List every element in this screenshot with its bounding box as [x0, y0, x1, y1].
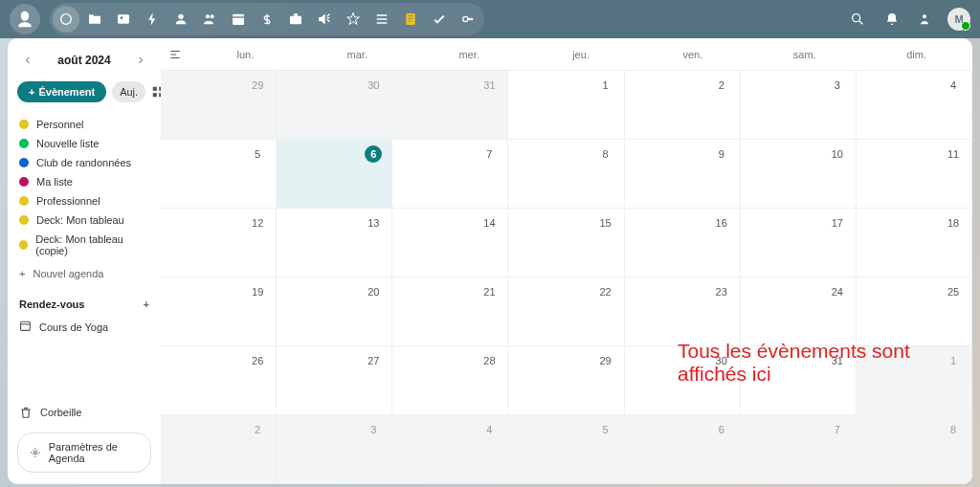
day-number: 25	[945, 283, 962, 300]
day-cell[interactable]: 29	[161, 71, 277, 140]
nav-passwords-icon[interactable]	[455, 6, 481, 33]
day-cell[interactable]: 2	[161, 415, 277, 484]
day-cell[interactable]: 6	[277, 140, 392, 209]
add-appointment-button[interactable]: +	[144, 299, 149, 310]
calendar-item-label: Professionnel	[36, 195, 100, 207]
month-grid: 2930311234567891011121314151617181920212…	[161, 71, 972, 484]
day-cell[interactable]: 28	[392, 346, 508, 415]
nav-briefcase-icon[interactable]	[282, 6, 309, 33]
month-title[interactable]: août 2024	[57, 54, 110, 67]
nav-circles-icon[interactable]	[196, 6, 223, 33]
day-cell[interactable]: 6	[625, 415, 741, 484]
day-cell[interactable]: 13	[277, 209, 392, 277]
day-number: 2	[249, 421, 266, 438]
notifications-icon[interactable]	[879, 6, 905, 33]
calendar-settings-button[interactable]: Paramètres de Agenda	[17, 432, 151, 473]
day-cell[interactable]: 1	[857, 346, 972, 415]
day-cell[interactable]: 7	[741, 415, 857, 484]
appointments-list: Cours de Yoga	[8, 314, 161, 340]
nav-photos-icon[interactable]	[110, 6, 137, 33]
day-number: 4	[480, 421, 498, 438]
day-cell[interactable]: 10	[741, 140, 857, 209]
day-cell[interactable]: 17	[741, 209, 857, 277]
contacts-menu-icon[interactable]	[913, 6, 940, 33]
calendar-color-dot	[19, 158, 29, 167]
user-avatar[interactable]: M	[947, 8, 970, 31]
day-cell[interactable]: 7	[392, 140, 508, 209]
svg-point-11	[923, 14, 926, 18]
calendar-item[interactable]: Nouvelle liste	[17, 134, 151, 153]
day-cell[interactable]: 4	[857, 71, 972, 140]
day-cell[interactable]: 31	[392, 71, 508, 140]
calendar-item[interactable]: Personnel	[17, 115, 151, 134]
day-cell[interactable]: 1	[508, 71, 624, 140]
day-number: 29	[249, 77, 266, 94]
day-cell[interactable]: 27	[277, 346, 392, 415]
day-cell[interactable]: 8	[857, 415, 972, 484]
day-cell[interactable]: 4	[392, 415, 508, 484]
day-cell[interactable]: 21	[392, 277, 508, 346]
nav-activity-icon[interactable]	[139, 6, 166, 33]
day-cell[interactable]: 3	[277, 415, 392, 484]
new-event-button[interactable]: + Évènement	[17, 81, 106, 102]
new-calendar-button[interactable]: + Nouvel agenda	[8, 262, 161, 285]
search-icon[interactable]	[844, 6, 871, 33]
day-cell[interactable]: 29	[508, 346, 624, 415]
prev-month-button[interactable]	[17, 50, 38, 71]
day-cell[interactable]: 11	[857, 140, 972, 209]
svg-rect-16	[21, 321, 31, 330]
calendar-item[interactable]: Ma liste	[17, 172, 151, 191]
app-logo[interactable]	[10, 4, 40, 34]
day-cell[interactable]: 5	[508, 415, 624, 484]
calendar-item[interactable]: Deck: Mon tableau (copie)	[17, 230, 151, 260]
day-cell[interactable]: 24	[741, 277, 857, 346]
day-cell[interactable]: 30	[625, 346, 741, 415]
calendar-color-dot	[19, 196, 29, 206]
day-number: 1	[597, 77, 614, 94]
nav-list-icon[interactable]	[368, 6, 395, 33]
collapse-sidebar-button[interactable]	[161, 40, 189, 69]
trash-button[interactable]: Corbeille	[8, 398, 161, 427]
day-cell[interactable]: 14	[392, 209, 508, 277]
day-cell[interactable]: 9	[625, 140, 741, 209]
day-cell[interactable]: 2	[625, 71, 741, 140]
nav-announce-icon[interactable]	[311, 6, 338, 33]
day-cell[interactable]: 16	[625, 209, 741, 277]
day-cell[interactable]: 8	[508, 140, 624, 209]
nav-dashboard-icon[interactable]	[53, 6, 79, 33]
calendar-item-label: Personnel	[36, 119, 84, 130]
day-cell[interactable]: 23	[625, 277, 741, 346]
nav-calendar-icon[interactable]	[225, 6, 252, 33]
weekday-label: jeu.	[525, 49, 637, 60]
topbar-right: M	[844, 6, 970, 33]
month-nav: août 2024	[8, 46, 161, 75]
day-cell[interactable]: 18	[857, 209, 972, 277]
day-cell[interactable]: 22	[508, 277, 624, 346]
calendar-item[interactable]: Club de randonnées	[17, 153, 151, 172]
next-month-button[interactable]	[130, 50, 151, 71]
day-cell[interactable]: 19	[161, 277, 277, 346]
day-cell[interactable]: 20	[277, 277, 392, 346]
nav-notes-icon[interactable]	[397, 6, 424, 33]
today-button[interactable]: Auj.	[112, 81, 145, 102]
nav-tasks-icon[interactable]	[426, 6, 453, 33]
nav-star-icon[interactable]	[340, 6, 367, 33]
nav-contacts-icon[interactable]	[167, 6, 194, 33]
appointment-item[interactable]: Cours de Yoga	[8, 314, 161, 340]
nav-files-icon[interactable]	[81, 6, 108, 33]
nav-money-icon[interactable]	[254, 6, 280, 33]
topbar: M	[0, 0, 980, 38]
day-cell[interactable]: 15	[508, 209, 624, 277]
calendar-item[interactable]: Professionnel	[17, 191, 151, 210]
day-number: 7	[480, 145, 498, 163]
day-cell[interactable]: 3	[741, 71, 857, 140]
svg-rect-7	[290, 16, 301, 25]
calendar-item[interactable]: Deck: Mon tableau	[17, 210, 151, 230]
day-cell[interactable]: 12	[161, 209, 277, 277]
day-cell[interactable]: 26	[161, 346, 277, 415]
calendar-item-label: Ma liste	[36, 176, 73, 188]
day-cell[interactable]: 30	[277, 71, 392, 140]
day-cell[interactable]: 5	[161, 140, 277, 209]
day-cell[interactable]: 25	[857, 277, 972, 346]
day-cell[interactable]: 31	[741, 346, 857, 415]
